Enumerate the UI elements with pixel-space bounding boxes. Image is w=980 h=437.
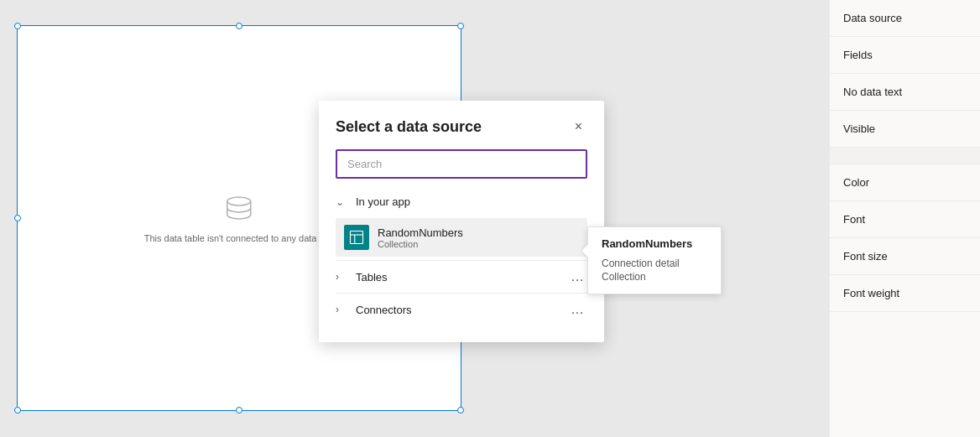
panel-item-no-data-text[interactable]: No data text (830, 74, 980, 111)
svg-point-0 (227, 197, 251, 205)
connectors-more-icon[interactable]: … (567, 302, 587, 317)
connectors-label: Connectors (356, 304, 411, 316)
placeholder-text: This data table isn't connected to any d… (144, 233, 335, 243)
tables-more-icon[interactable]: … (567, 269, 587, 284)
handle-top-center[interactable] (236, 23, 242, 29)
handle-bottom-right[interactable] (457, 407, 464, 414)
canvas-white: This data table isn't connected to any d… (17, 25, 461, 411)
handle-top-left[interactable] (14, 23, 21, 29)
data-table-placeholder: This data table isn't connected to any d… (144, 193, 335, 243)
data-item-text: RandomNumbers Collection (378, 226, 463, 249)
collection-icon (344, 225, 369, 250)
table-icon (349, 230, 364, 245)
database-icon (222, 193, 256, 226)
panel-item-data-source[interactable]: Data source (830, 0, 980, 37)
tooltip-arrow (581, 244, 588, 258)
random-numbers-item[interactable]: RandomNumbers Collection (336, 218, 587, 257)
canvas-area: Button This data table isn't connected t… (0, 0, 829, 437)
tooltip-connection-detail: Connection detail (602, 257, 707, 270)
handle-bottom-left[interactable] (14, 407, 21, 414)
close-button[interactable]: × (570, 117, 587, 136)
tooltip-title: RandomNumbers (602, 237, 707, 250)
select-data-source-dialog: Select a data source × ⌄ In your app (319, 101, 604, 342)
handle-top-right[interactable] (457, 23, 464, 29)
tooltip-collection: Collection (602, 270, 707, 284)
connectors-row[interactable]: › Connectors … (336, 293, 587, 325)
chevron-right-icon-connectors: › (336, 304, 349, 315)
connectors-row-left: › Connectors (336, 304, 411, 316)
chevron-down-icon: ⌄ (336, 196, 349, 208)
panel-item-font-weight[interactable]: Font weight (830, 275, 980, 312)
svg-rect-1 (351, 232, 363, 244)
panel-item-visible[interactable]: Visible (830, 111, 980, 148)
handle-bottom-center[interactable] (236, 407, 242, 414)
chevron-right-icon-tables: › (336, 271, 349, 283)
in-your-app-section[interactable]: ⌄ In your app (336, 189, 587, 215)
panel-item-font[interactable]: Font (830, 201, 980, 238)
in-your-app-label: In your app (356, 195, 410, 208)
random-numbers-name: RandomNumbers (378, 226, 463, 239)
panel-item-color[interactable]: Color (830, 164, 980, 201)
dialog-title: Select a data source (336, 118, 482, 136)
panel-spacer (830, 148, 980, 164)
panel-item-font-size[interactable]: Font size (830, 238, 980, 275)
tables-row[interactable]: › Tables … (336, 260, 587, 293)
random-numbers-sub: Collection (378, 239, 463, 249)
tooltip-popup: RandomNumbers Connection detail Collecti… (587, 226, 722, 294)
right-panel: Data source Fields No data text Visible … (829, 0, 980, 437)
handle-middle-left[interactable] (14, 215, 21, 221)
dialog-header: Select a data source × (336, 117, 587, 136)
panel-item-fields[interactable]: Fields (830, 37, 980, 74)
search-input[interactable] (336, 149, 587, 179)
tables-row-left: › Tables (336, 271, 388, 284)
tables-label: Tables (356, 271, 388, 284)
